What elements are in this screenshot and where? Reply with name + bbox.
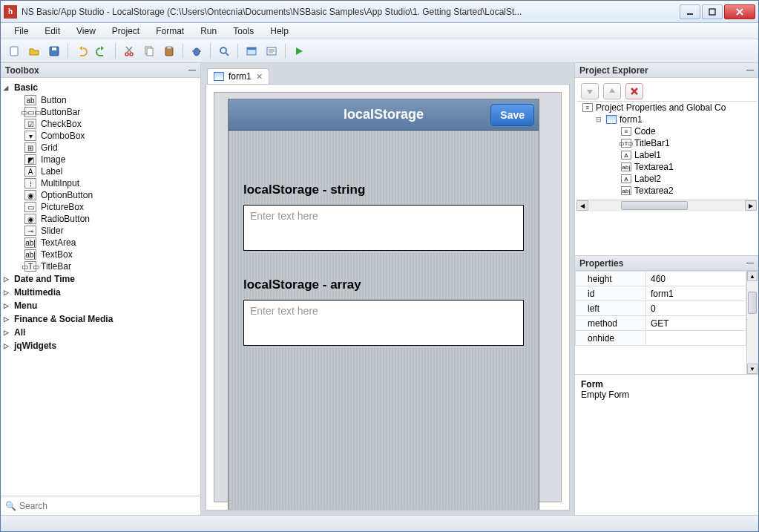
toolbox-category[interactable]: Finance & Social Media: [2, 312, 199, 326]
textarea1-control[interactable]: Enter text here: [243, 205, 524, 251]
project-icon: ≡: [582, 103, 593, 112]
find-button[interactable]: [215, 42, 233, 60]
paste-button[interactable]: [160, 42, 178, 60]
toolbox-category[interactable]: Multimedia: [2, 286, 199, 299]
search-input[interactable]: [19, 501, 196, 511]
document-tab[interactable]: form1 ✕: [207, 68, 269, 84]
move-up-button[interactable]: [603, 83, 621, 99]
toolbox-category[interactable]: All: [2, 326, 199, 339]
property-row[interactable]: left0: [576, 301, 746, 316]
maximize-button[interactable]: [702, 4, 723, 19]
property-row[interactable]: methodGET: [576, 316, 746, 331]
scroll-down-icon[interactable]: ▼: [747, 364, 758, 374]
toolbox-item-label: ComboBox: [41, 131, 85, 141]
menu-bar: File Edit View Project Format Run Tools …: [1, 23, 758, 39]
toolbox-item[interactable]: ◩Image: [2, 154, 199, 165]
minimize-button[interactable]: [680, 4, 700, 19]
pe-minimize-icon[interactable]: —: [746, 66, 754, 74]
menu-file[interactable]: File: [7, 24, 36, 38]
design-canvas-wrap: form1 ✕ localStorage Save localStorage -…: [201, 63, 574, 515]
toolbox-minimize-icon[interactable]: —: [188, 66, 196, 74]
toolbox-item[interactable]: ▭T▭TitleBar: [2, 260, 199, 272]
toolbox-category[interactable]: jqWidgets: [2, 339, 199, 352]
toolbox-category[interactable]: Date and Time: [2, 272, 199, 286]
textarea2-control[interactable]: Enter text here: [243, 300, 524, 346]
delete-button[interactable]: [625, 83, 643, 99]
property-value[interactable]: 0: [646, 301, 746, 316]
new-code-button[interactable]: [263, 42, 280, 60]
menu-project[interactable]: Project: [105, 24, 147, 38]
pe-horizontal-scrollbar[interactable]: ◀ ▶: [576, 200, 757, 211]
toolbox-category[interactable]: Menu: [2, 299, 199, 312]
menu-tools[interactable]: Tools: [226, 24, 261, 38]
pe-item-icon: A: [621, 151, 631, 160]
scroll-right-icon[interactable]: ▶: [745, 200, 757, 211]
property-row[interactable]: idform1: [576, 286, 746, 301]
debug-button[interactable]: [188, 42, 206, 60]
label1-control[interactable]: localStorage - string: [243, 183, 539, 197]
toolbox-item[interactable]: ◉OptionButton: [2, 189, 199, 201]
scroll-thumb[interactable]: [748, 292, 757, 314]
control-icon: ▭: [24, 202, 36, 212]
toolbox-category[interactable]: Basic: [2, 81, 199, 94]
copy-button[interactable]: [140, 42, 158, 60]
toolbox-item[interactable]: ☑CheckBox: [2, 118, 199, 130]
toolbox-item[interactable]: ▾ComboBox: [2, 130, 199, 142]
toolbox-item[interactable]: ab|TextBox: [2, 249, 199, 260]
property-row[interactable]: onhide: [576, 331, 746, 346]
collapse-icon[interactable]: ⊟: [596, 116, 603, 123]
scroll-left-icon[interactable]: ◀: [576, 200, 588, 211]
property-value[interactable]: [646, 331, 746, 346]
run-button[interactable]: [290, 42, 308, 60]
property-value[interactable]: GET: [646, 316, 746, 331]
toolbox-item[interactable]: ⊞Grid: [2, 142, 199, 154]
scroll-up-icon[interactable]: ▲: [747, 271, 758, 281]
undo-button[interactable]: [73, 42, 91, 60]
menu-run[interactable]: Run: [193, 24, 224, 38]
toolbox-item[interactable]: ab|TextArea: [2, 237, 199, 249]
cut-button[interactable]: [120, 42, 138, 60]
property-row[interactable]: height460: [576, 272, 746, 286]
pe-item[interactable]: ALabel1: [576, 149, 757, 161]
form-preview[interactable]: localStorage Save localStorage - string …: [228, 99, 539, 510]
save-control-button[interactable]: Save: [490, 104, 534, 126]
toolbox-item[interactable]: ⫶MultiInput: [2, 177, 199, 189]
toolbox-item[interactable]: ◉RadioButton: [2, 213, 199, 225]
toolbox-item[interactable]: abButton: [2, 94, 199, 106]
toolbox-item[interactable]: ⊸Slider: [2, 225, 199, 237]
toolbox-item[interactable]: ▭PictureBox: [2, 201, 199, 213]
property-value[interactable]: form1: [646, 286, 746, 301]
pe-form1[interactable]: ⊟ form1: [576, 114, 757, 125]
pe-root[interactable]: ≡ Project Properties and Global Co: [576, 102, 757, 114]
move-down-button[interactable]: [581, 83, 599, 99]
titlebar-control[interactable]: localStorage Save: [229, 99, 539, 131]
design-canvas[interactable]: localStorage Save localStorage - string …: [206, 84, 570, 510]
pe-item[interactable]: ab|Textarea1: [576, 161, 757, 173]
open-button[interactable]: [25, 42, 43, 60]
pe-item[interactable]: ALabel2: [576, 173, 757, 185]
toolbox-item[interactable]: ALabel: [2, 165, 199, 177]
prop-desc-name: Form: [581, 379, 752, 390]
props-vertical-scrollbar[interactable]: ▲ ▼: [746, 271, 758, 374]
property-value[interactable]: 460: [646, 272, 746, 286]
menu-help[interactable]: Help: [263, 24, 296, 38]
new-form-button[interactable]: [243, 42, 260, 60]
redo-button[interactable]: [93, 42, 111, 60]
scroll-thumb[interactable]: [621, 201, 688, 210]
pe-item[interactable]: ▭T▭TitleBar1: [576, 137, 757, 149]
menu-view[interactable]: View: [69, 24, 103, 38]
pe-item[interactable]: ab|Textarea2: [576, 185, 757, 197]
main-toolbar: [1, 39, 758, 63]
control-icon: ⫶: [24, 178, 36, 188]
close-tab-icon[interactable]: ✕: [256, 72, 263, 82]
props-minimize-icon[interactable]: —: [746, 259, 754, 267]
toolbox-item[interactable]: ▭▭▭ButtonBar: [2, 106, 199, 118]
save-button[interactable]: [45, 42, 63, 60]
menu-edit[interactable]: Edit: [37, 24, 68, 38]
new-button[interactable]: [5, 42, 23, 60]
label2-control[interactable]: localStorage - array: [243, 278, 539, 292]
close-button[interactable]: [724, 4, 755, 19]
pe-item[interactable]: ≡Code: [576, 125, 757, 137]
svg-point-15: [194, 48, 200, 56]
menu-format[interactable]: Format: [148, 24, 191, 38]
